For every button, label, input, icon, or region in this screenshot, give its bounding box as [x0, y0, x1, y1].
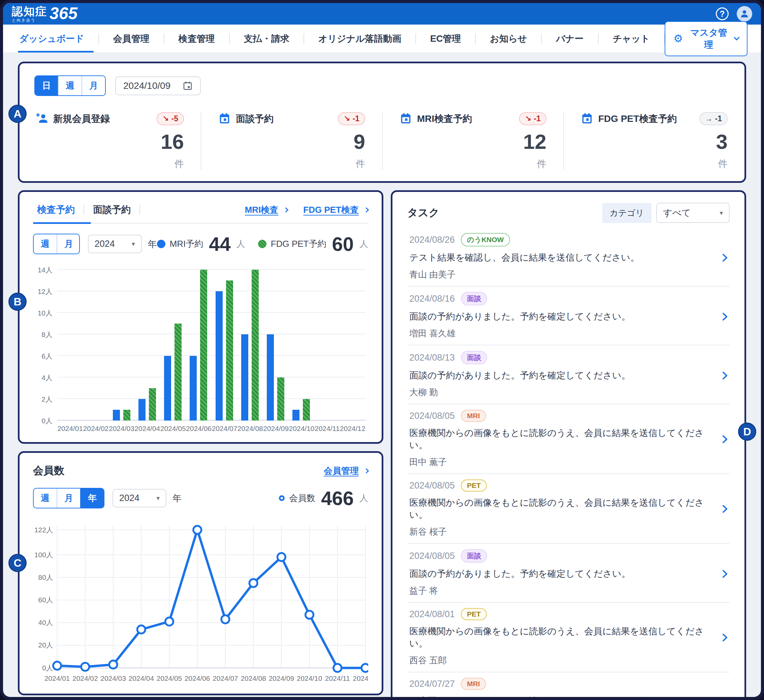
- task-member-name: 青山 由美子: [409, 269, 728, 280]
- task-row-mid: 面談の予約がありました。予約を確定してください。: [409, 311, 728, 323]
- calendar-icon: [399, 112, 412, 125]
- tab-interview-reservation[interactable]: 面談予約: [84, 202, 139, 218]
- chevron-right-icon[interactable]: [722, 570, 728, 578]
- member-management-link[interactable]: 会員管理: [324, 465, 368, 477]
- nav-item-4[interactable]: オリジナル落語動画: [304, 25, 415, 53]
- bar-chart-ytick-label: 2人: [33, 395, 53, 404]
- mri-legend-dot-icon: [157, 240, 165, 248]
- line-chart-ytick-label: 60人: [38, 596, 53, 604]
- member-management-link-label: 会員管理: [324, 465, 359, 477]
- bar-chart-xtick-label: 2024/02: [83, 425, 109, 433]
- members-range-option-0[interactable]: 週: [34, 489, 56, 508]
- tab-exam-reservation[interactable]: 検査予約: [33, 202, 83, 218]
- date-picker[interactable]: 2024/10/09: [115, 77, 201, 95]
- kpi-trend-badge: ↘-1: [519, 112, 546, 125]
- fdg-pet-legend-dot-icon: [258, 240, 266, 248]
- period-toggle: 日週月: [34, 75, 106, 96]
- chevron-right-icon[interactable]: [722, 312, 728, 321]
- line-chart-marker-2024/08: [249, 579, 257, 587]
- legend-fdg-pet: FDG PET予約 60 人: [258, 234, 368, 254]
- task-row-3[interactable]: 2024/08/05MRI医療機関からの画像をもとに読影のうえ、会員に結果を送信…: [407, 405, 730, 474]
- category-select-value: すべて: [663, 207, 691, 219]
- line-chart-ytick-label: 40人: [38, 619, 53, 626]
- kpi-delta-value: -1: [534, 114, 541, 123]
- kpi-card-title: MRI検査予約: [417, 112, 472, 125]
- bar-chart-ytick-label: 14人: [33, 265, 53, 275]
- chevron-right-icon[interactable]: [722, 371, 728, 380]
- task-date: 2024/08/16: [409, 294, 455, 304]
- calendar-icon: [581, 112, 593, 125]
- nav-item-6[interactable]: お知らせ: [476, 25, 541, 53]
- nav-item-1[interactable]: 会員管理: [99, 25, 164, 53]
- chevron-right-icon[interactable]: [722, 435, 728, 444]
- line-chart-marker-2024/02: [81, 662, 89, 671]
- bar-FDG PET予約-2024/09: [277, 377, 284, 420]
- bar-FDG PET予約-2024/04: [149, 388, 156, 420]
- bar-chart-xlabels: 2024/012024/022024/032024/042024/052024/…: [57, 425, 365, 433]
- user-avatar[interactable]: [737, 6, 752, 22]
- task-row-5[interactable]: 2024/08/05面談面談の予約がありました。予約を確定してください。益子 将: [407, 544, 730, 603]
- task-row-top: 2024/08/26のうKNOW: [409, 233, 728, 247]
- task-row-4[interactable]: 2024/08/05PET医療機関からの画像をもとに読影のうえ、会員に結果を送信…: [407, 474, 730, 544]
- chevron-right-icon[interactable]: [722, 633, 728, 642]
- exam-range-option-1[interactable]: 月: [56, 234, 80, 253]
- task-date: 2024/07/27: [409, 679, 455, 689]
- task-member-name: 益子 将: [409, 585, 728, 597]
- task-row-2[interactable]: 2024/08/13面談面談の予約がありました。予約を確定してください。大柳 勤: [407, 345, 730, 405]
- task-category-badge: 面談: [461, 292, 487, 305]
- help-icon[interactable]: ?: [716, 8, 729, 20]
- task-row-1[interactable]: 2024/08/16面談面談の予約がありました。予約を確定してください。増田 喜…: [407, 286, 730, 345]
- kpi-card-0: 新規会員登録↘-516件: [20, 112, 201, 170]
- task-row-top: 2024/08/13面談: [409, 351, 728, 364]
- nav-item-0[interactable]: ダッシュボード: [17, 25, 99, 53]
- fdg-pet-exam-link[interactable]: FDG PET検査: [303, 204, 368, 216]
- task-row-6[interactable]: 2024/08/01PET医療機関からの画像をもとに読影のうえ、会員に結果を送信…: [407, 603, 730, 672]
- kpi-period-option-1[interactable]: 週: [58, 76, 81, 95]
- nav-items: ダッシュボード会員管理検査管理支払・請求オリジナル落語動画EC管理お知らせバナー…: [17, 25, 665, 53]
- task-row-mid: 医療機関からの画像をもとに読影のうえ、会員に結果を送信してください。: [409, 427, 728, 451]
- members-year-select[interactable]: 2024 ▾: [113, 489, 166, 508]
- chevron-right-icon[interactable]: [722, 505, 728, 513]
- master-button-label: マスタ管理: [687, 27, 730, 51]
- nav-item-5[interactable]: EC管理: [416, 25, 475, 53]
- line-chart-xtick-label: 2024/02: [72, 674, 98, 682]
- bar-MRI予約-2024/09: [267, 334, 274, 420]
- exam-reservation-panel: 検査予約 面談予約 MRI検査 FDG PET検査: [18, 190, 384, 444]
- trend-flat-icon: →: [705, 114, 713, 123]
- task-description: 医療機関からの画像をもとに読影のうえ、会員に結果を送信してください。: [409, 695, 722, 700]
- nav-item-3[interactable]: 支払・請求: [230, 25, 304, 53]
- line-chart-ytick-label: 20人: [38, 641, 53, 649]
- members-range-toggle: 週月年: [33, 488, 105, 508]
- bar-chart-ytick-label: 8人: [33, 330, 53, 339]
- master-management-button[interactable]: ⚙ マスタ管理: [665, 21, 747, 56]
- bar-chart-xtick-label: 2024/12: [340, 425, 365, 433]
- bar-chart-ytick-label: 4人: [33, 373, 53, 383]
- nav-item-7[interactable]: バナー: [542, 25, 598, 53]
- exam-range-option-0[interactable]: 週: [34, 234, 56, 253]
- tab-divider: [139, 205, 140, 215]
- chevron-right-icon[interactable]: [722, 253, 728, 262]
- task-row-top: 2024/08/05MRI: [409, 410, 728, 422]
- task-row-0[interactable]: 2024/08/26のうKNOWテスト結果を確認し、会員に結果を送信してください…: [407, 228, 730, 286]
- bar-group-2024/10: [293, 270, 310, 420]
- nav-item-8[interactable]: チャット: [599, 25, 664, 53]
- kpi-card-head: MRI検査予約↘-1: [399, 112, 546, 125]
- task-row-7[interactable]: 2024/07/27MRI医療機関からの画像をもとに読影のうえ、会員に結果を送信…: [407, 672, 730, 700]
- exam-year-value: 2024: [95, 239, 115, 249]
- mri-exam-link[interactable]: MRI検査: [245, 204, 288, 216]
- kpi-period-option-2[interactable]: 月: [81, 76, 105, 95]
- kpi-card-unit: 件: [399, 158, 546, 170]
- kpi-period-option-0[interactable]: 日: [35, 76, 58, 95]
- bar-chart-bars: [57, 270, 365, 420]
- members-range-option-1[interactable]: 月: [56, 489, 80, 508]
- select-caret-icon: ▾: [720, 209, 723, 217]
- line-chart-marker-2024/03: [109, 661, 117, 669]
- task-date: 2024/08/05: [409, 480, 455, 491]
- nav-item-2[interactable]: 検査管理: [164, 25, 229, 53]
- category-select[interactable]: すべて ▾: [656, 203, 730, 223]
- bar-MRI予約-2024/05: [164, 356, 171, 420]
- fdg-pet-exam-link-label: FDG PET検査: [303, 204, 359, 216]
- exam-year-select[interactable]: 2024 ▾: [88, 235, 142, 253]
- members-range-option-2[interactable]: 年: [80, 489, 104, 508]
- line-chart-xtick-label: 2024/01: [44, 674, 70, 682]
